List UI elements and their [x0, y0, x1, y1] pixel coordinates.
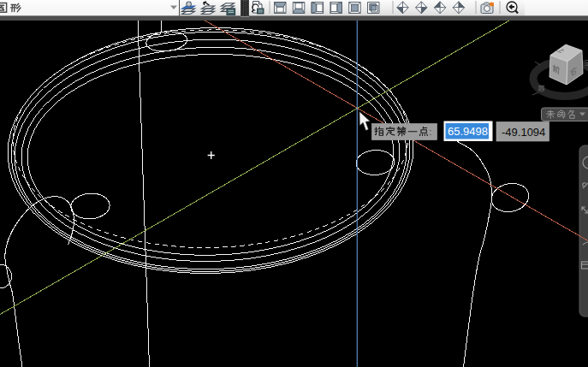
svg-text:-49.1094: -49.1094 — [502, 126, 545, 139]
svg-text:65.9498: 65.9498 — [448, 125, 488, 138]
